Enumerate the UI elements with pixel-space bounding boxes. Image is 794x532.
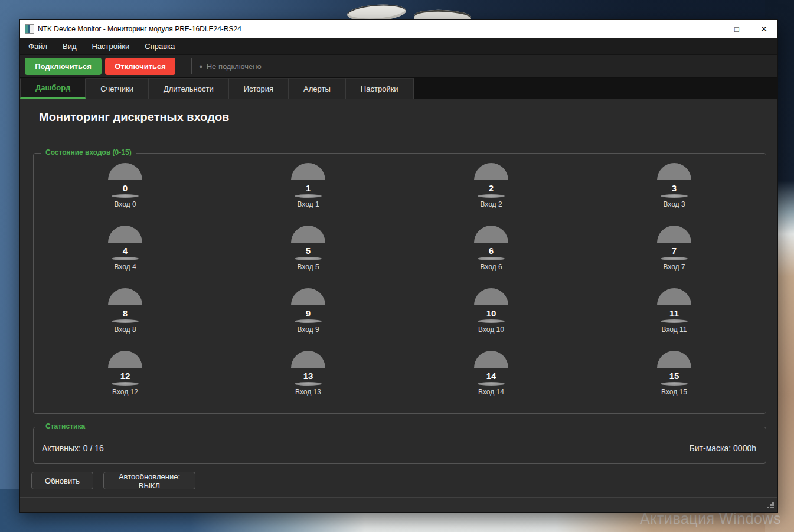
input-number: 1 [306, 184, 311, 192]
menu-item-file[interactable]: Файл [22, 40, 53, 53]
input-led-dome [474, 226, 508, 243]
input-indicator: 12 Вход 12 [34, 351, 217, 413]
inputs-grid: 0 Вход 0 1 Вход 1 2 Вход 2 [34, 154, 766, 413]
tab-counters[interactable]: Счетчики [86, 78, 149, 99]
input-led-base [478, 319, 505, 323]
input-label: Вход 10 [478, 325, 504, 334]
bitmask: Бит-маска: 0000h [690, 443, 756, 453]
status-bar [20, 497, 777, 512]
tab-dashboard[interactable]: Дашборд [20, 78, 86, 99]
input-indicator: 3 Вход 3 [583, 163, 766, 226]
input-label: Вход 9 [297, 325, 319, 334]
input-led-base [661, 257, 688, 260]
input-led-base [112, 319, 139, 323]
input-label: Вход 3 [663, 200, 685, 208]
input-number: 9 [306, 309, 311, 318]
page-title: Мониторинг дискретных входов [39, 110, 229, 124]
input-led-base [661, 382, 688, 386]
active-count: Активных: 0 / 16 [42, 443, 104, 453]
input-led-dome [474, 288, 508, 305]
input-number: 7 [672, 246, 677, 255]
input-label: Вход 12 [112, 388, 138, 396]
input-indicator: 1 Вход 1 [217, 163, 400, 226]
input-label: Вход 11 [662, 325, 687, 334]
input-number: 0 [123, 184, 128, 192]
input-led-base [112, 382, 139, 386]
input-indicator: 15 Вход 15 [583, 351, 766, 413]
refresh-button[interactable]: Обновить [31, 472, 93, 489]
input-indicator: 9 Вход 9 [217, 288, 400, 351]
input-led-base [478, 194, 505, 198]
input-led-dome [291, 351, 325, 368]
input-number: 6 [489, 246, 494, 255]
input-led-dome [291, 226, 325, 243]
tab-alerts[interactable]: Алерты [289, 78, 346, 99]
tab-durations[interactable]: Длительности [149, 78, 229, 99]
input-label: Вход 7 [663, 263, 685, 271]
input-label: Вход 15 [661, 388, 687, 396]
tab-history[interactable]: История [229, 78, 289, 99]
resize-grip-icon[interactable] [767, 502, 775, 509]
input-number: 15 [669, 371, 679, 380]
input-number: 11 [669, 309, 679, 318]
input-led-base [478, 257, 505, 260]
input-indicator: 6 Вход 6 [400, 226, 583, 288]
input-indicator: 7 Вход 7 [583, 226, 766, 288]
input-label: Вход 1 [297, 200, 319, 208]
toolbar-divider [191, 58, 192, 74]
input-indicator: 11 Вход 11 [583, 288, 766, 351]
activation-watermark: Активация Windows [640, 510, 781, 527]
connect-button[interactable]: Подключиться [25, 58, 102, 75]
input-number: 8 [123, 309, 128, 318]
dashboard-page: Мониторинг дискретных входов Состояние в… [20, 99, 777, 497]
input-indicator: 14 Вход 14 [400, 351, 583, 413]
close-button[interactable]: × [750, 20, 777, 38]
input-led-dome [657, 163, 691, 180]
input-number: 5 [306, 246, 311, 255]
input-led-dome [474, 163, 508, 180]
input-led-dome [108, 226, 142, 243]
input-label: Вход 5 [297, 263, 319, 271]
input-label: Вход 6 [480, 263, 502, 271]
input-led-dome [657, 288, 691, 305]
inputs-groupbox: Состояние входов (0-15) 0 Вход 0 1 Вход … [33, 153, 766, 414]
input-number: 4 [123, 246, 128, 255]
input-label: Вход 13 [295, 388, 321, 396]
input-number: 14 [486, 371, 496, 380]
input-label: Вход 0 [114, 200, 136, 208]
disconnect-button[interactable]: Отключиться [105, 58, 175, 75]
autorefresh-button[interactable]: Автообновление: ВЫКЛ [103, 472, 195, 489]
input-led-dome [108, 163, 142, 180]
connection-status: ● Не подключено [199, 62, 262, 71]
input-led-dome [657, 226, 691, 243]
input-indicator: 2 Вход 2 [400, 163, 583, 226]
menu-item-settings[interactable]: Настройки [86, 40, 136, 53]
input-led-base [295, 194, 322, 198]
stats-groupbox: Статистика Активных: 0 / 16 Бит-маска: 0… [33, 427, 766, 464]
minimize-button[interactable]: — [696, 20, 723, 38]
input-indicator: 8 Вход 8 [34, 288, 217, 351]
input-label: Вход 8 [114, 325, 136, 334]
toolbar: Подключиться Отключиться ● Не подключено [20, 55, 777, 78]
input-number: 2 [489, 184, 494, 192]
input-led-dome [657, 351, 691, 368]
input-led-dome [108, 288, 142, 305]
menu-item-help[interactable]: Справка [139, 40, 181, 53]
maximize-button[interactable]: □ [723, 20, 750, 38]
input-led-base [295, 319, 322, 323]
input-led-dome [474, 351, 508, 368]
input-label: Вход 2 [480, 200, 502, 208]
menu-item-view[interactable]: Вид [57, 40, 83, 53]
input-number: 12 [120, 371, 130, 380]
input-led-base [112, 194, 139, 198]
input-number: 10 [486, 309, 496, 318]
titlebar[interactable]: NTK Device Monitor - Мониторинг модуля P… [20, 20, 777, 38]
app-window: NTK Device Monitor - Мониторинг модуля P… [19, 19, 778, 513]
input-indicator: 13 Вход 13 [217, 351, 400, 413]
input-indicator: 4 Вход 4 [34, 226, 217, 288]
input-led-dome [291, 163, 325, 180]
input-led-dome [108, 351, 142, 368]
input-led-base [661, 319, 688, 323]
input-indicator: 10 Вход 10 [400, 288, 583, 351]
tab-settings[interactable]: Настройки [346, 78, 414, 99]
